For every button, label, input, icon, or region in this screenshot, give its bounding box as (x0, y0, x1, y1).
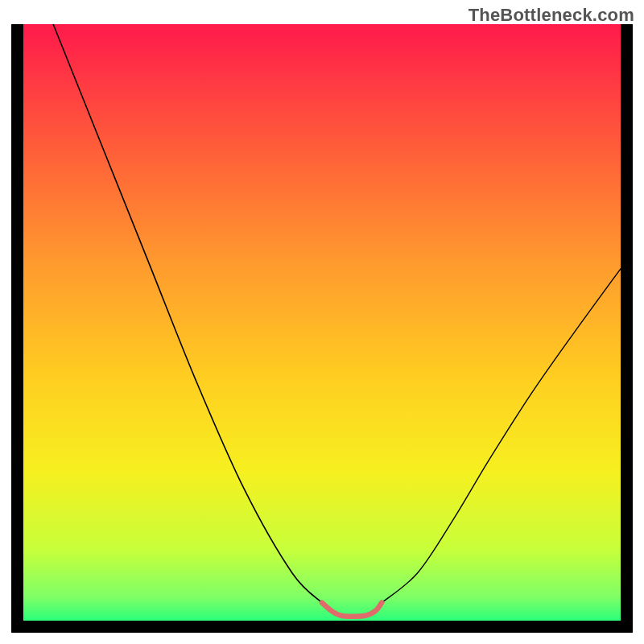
chart-wrap (11, 24, 633, 633)
frame-left (11, 24, 23, 633)
chart-stage: TheBottleneck.com (0, 0, 644, 644)
plot-background (23, 24, 621, 621)
frame-bottom (11, 621, 633, 633)
bottleneck-chart (11, 24, 633, 633)
watermark-text: TheBottleneck.com (469, 5, 634, 26)
frame-right (621, 24, 633, 633)
